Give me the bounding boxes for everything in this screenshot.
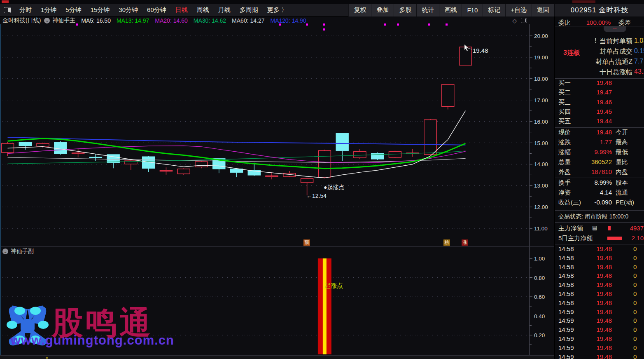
indicator-collapse-icon[interactable]: ⌄ <box>44 18 50 23</box>
fund-row: 净资4.14流通 <box>555 189 644 198</box>
watermark-url: www.gumingtong.com.cn <box>11 333 174 348</box>
svg-text:14.00: 14.00 <box>534 161 548 167</box>
chart-title: 金时科技(日线) <box>2 17 41 24</box>
diamond-icon[interactable]: ◇ <box>512 17 517 24</box>
collapse-panel-button[interactable]: ︿ <box>604 26 626 32</box>
trade-row[interactable]: 14:5819.480 <box>555 245 644 254</box>
indicator-name: 神仙手主 <box>52 17 75 24</box>
title-fragment <box>572 0 595 3</box>
trade-row[interactable]: 14:5919.480 <box>555 344 644 353</box>
svg-text:17.00: 17.00 <box>534 97 548 103</box>
bid-row: 买二19.47 <box>555 89 644 98</box>
window-left-border <box>0 24 1 355</box>
svg-text:0.60: 0.60 <box>534 294 545 300</box>
trade-row[interactable]: 14:5819.480 <box>555 299 644 308</box>
period-list: 分时1分钟5分钟15分钟30分钟60分钟日线周线月线多周期更多 〉 <box>15 6 292 14</box>
period-分时[interactable]: 分时 <box>15 6 36 14</box>
quote-panel: 委比 100.00% 委差 ︿ 3连板 !当前封单额1.03封单占成交0.15封… <box>555 16 644 359</box>
svg-text:0.40: 0.40 <box>534 313 545 319</box>
svg-text:0.80: 0.80 <box>534 275 545 281</box>
trade-row[interactable]: 14:5819.480 <box>555 281 644 290</box>
split-view-icon[interactable] <box>521 18 527 23</box>
period-60分钟[interactable]: 60分钟 <box>142 6 171 14</box>
trade-row[interactable]: 14:5919.480 <box>555 317 644 326</box>
toolbar-button-画线[interactable]: 画线 <box>439 4 462 16</box>
ma-legend-list: MA5: 16.50MA13: 14.97MA20: 14.60MA30: 14… <box>75 17 306 24</box>
axis-tick <box>46 357 48 359</box>
subchart-header: ⌄ 神仙手副 <box>0 248 34 255</box>
bid-row: 买四19.45 <box>555 108 644 117</box>
trade-row[interactable]: 14:5819.480 <box>555 263 644 272</box>
toolbar-buttons: 复权叠加多股统计画线F10标记+自选返回 <box>348 4 554 16</box>
quote-row: 涨幅9.99%最低 <box>555 148 644 157</box>
svg-text:12.00: 12.00 <box>534 204 548 210</box>
period-月线[interactable]: 月线 <box>214 6 235 14</box>
main-fund5-value: 2.10 <box>632 235 644 242</box>
svg-text:13.00: 13.00 <box>534 183 548 189</box>
ma-legend-MA20: MA20: 14.60 <box>155 17 187 24</box>
trade-row[interactable]: 14:5819.480 <box>555 254 644 263</box>
sub-start-point-label: 起涨点 <box>324 282 343 290</box>
svg-text:1.00: 1.00 <box>534 256 545 262</box>
ma-legend-MA120: MA120: 14.90 <box>271 17 306 24</box>
bid-row: 买一19.48 <box>555 79 644 88</box>
list-icon[interactable]: ▤ <box>592 225 597 231</box>
ma-legend-MA60: MA60: 14.27 <box>232 17 264 24</box>
period-日线[interactable]: 日线 <box>171 6 192 14</box>
toolbar-button-统计[interactable]: 统计 <box>416 4 439 16</box>
main-fund5-label: 5日主力净额 <box>558 235 593 242</box>
toolbar-button-复权[interactable]: 复权 <box>348 4 371 16</box>
toolbar-button-返回[interactable]: 返回 <box>532 4 554 16</box>
fund-bar <box>608 226 611 230</box>
svg-text:16.00: 16.00 <box>534 119 548 125</box>
divider <box>555 244 644 244</box>
svg-text:0.20: 0.20 <box>534 332 545 338</box>
stock-title: 002951 金时科技 <box>555 4 644 17</box>
chart-legend: 金时科技(日线) ⌄ 神仙手主 MA5: 16.50MA13: 14.97MA2… <box>0 17 554 24</box>
layout-view-icon[interactable] <box>4 7 11 13</box>
legend-icons: ◇ <box>512 17 527 24</box>
trade-row[interactable]: 14:5919.480 <box>555 335 644 344</box>
badge-预: 预 <box>303 239 310 246</box>
divider <box>555 127 644 128</box>
trade-row[interactable]: 14:5819.480 <box>555 272 644 281</box>
period-1分钟[interactable]: 1分钟 <box>36 6 61 14</box>
badge-涨: 涨 <box>462 239 468 246</box>
trade-status: 交易状态: 闭市阶段 15:00:0 <box>558 213 644 221</box>
divider <box>555 26 644 26</box>
period-周线[interactable]: 周线 <box>192 6 214 14</box>
toolbar-button-F10[interactable]: F10 <box>462 4 483 16</box>
bid-row: 买三19.46 <box>555 99 644 108</box>
toolbar-button-标记[interactable]: 标记 <box>483 4 505 16</box>
ma-legend-MA5: MA5: 16.50 <box>81 17 111 24</box>
period-5分钟[interactable]: 5分钟 <box>61 6 86 14</box>
fund-row: 换手8.99%股本 <box>555 179 644 188</box>
subchart-collapse-icon[interactable]: ⌄ <box>2 249 8 254</box>
bid-row: 买五19.44 <box>555 117 644 127</box>
low-price-label: ←12.54 <box>306 192 327 199</box>
fund-bar-5d <box>607 237 622 240</box>
trade-row[interactable]: 14:5819.480 <box>555 290 644 299</box>
svg-text:18.00: 18.00 <box>534 76 548 82</box>
app-logo-fragment <box>2 0 9 3</box>
toolbar-button-+自选[interactable]: +自选 <box>505 4 532 16</box>
divider <box>555 178 644 178</box>
period-多周期[interactable]: 多周期 <box>235 6 263 14</box>
toolbar-button-叠加[interactable]: 叠加 <box>371 4 394 16</box>
start-point-label: ●起涨点 <box>324 184 344 191</box>
period-更多 〉[interactable]: 更多 〉 <box>263 6 292 14</box>
divider <box>555 78 644 79</box>
fund-row: 收益(三)-0.090PE(动) <box>555 199 644 208</box>
quote-row: 涨跌1.77最高 <box>555 138 644 148</box>
trade-row[interactable]: 14:5919.480 <box>555 308 644 317</box>
svg-text:15.00: 15.00 <box>534 140 548 146</box>
period-30分钟[interactable]: 30分钟 <box>114 6 142 14</box>
toolbar-button-多股[interactable]: 多股 <box>394 4 416 16</box>
quote-row: 现价19.48今开 <box>555 129 644 138</box>
trade-row[interactable]: 14:5919.480 <box>555 326 644 335</box>
subchart-title: 神仙手副 <box>11 248 34 255</box>
svg-text:20.00: 20.00 <box>534 33 548 39</box>
trade-row[interactable]: 14:5919.480 <box>555 353 644 359</box>
period-15分钟[interactable]: 15分钟 <box>86 6 114 14</box>
svg-text:19.00: 19.00 <box>534 54 548 61</box>
